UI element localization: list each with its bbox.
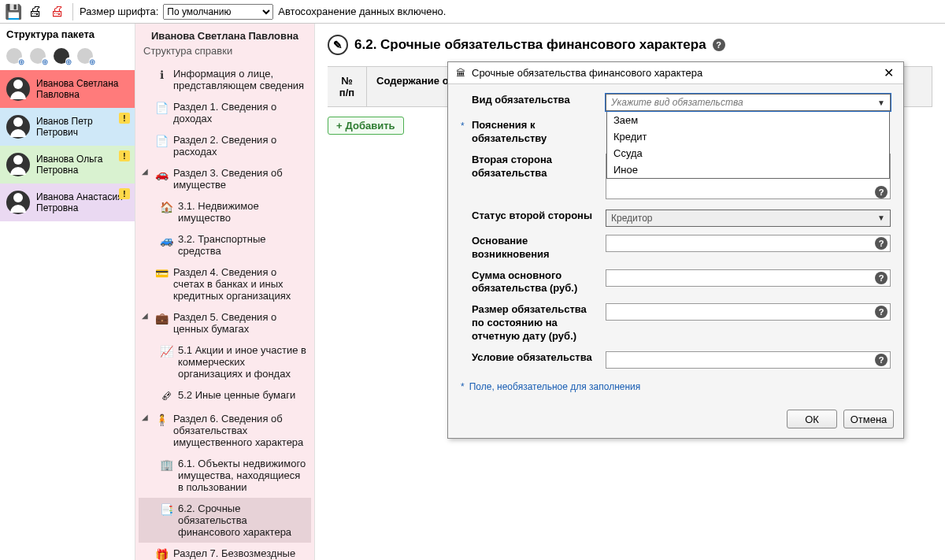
tree-icon: 🚙 bbox=[159, 233, 173, 247]
plus-icon: + bbox=[336, 120, 343, 132]
dialog-titlebar: 🏛 Срочные обязательства финансового хара… bbox=[448, 62, 903, 84]
kind-placeholder: Укажите вид обязательства bbox=[611, 97, 743, 108]
tree-item[interactable]: 🏢6.1. Объекты недвижимого имущества, нах… bbox=[139, 453, 311, 498]
add-label: Добавить bbox=[346, 120, 395, 132]
cancel-button[interactable]: Отмена bbox=[843, 410, 894, 428]
person-item[interactable]: Иванов Петр Петрович ! bbox=[0, 108, 135, 146]
tree-label: 6.1. Объекты недвижимого имущества, нахо… bbox=[178, 458, 308, 493]
help-icon[interactable]: ? bbox=[875, 237, 888, 250]
option-ssuda[interactable]: Ссуда bbox=[607, 145, 889, 161]
help-icon[interactable]: ? bbox=[875, 272, 888, 284]
sum-main-input[interactable] bbox=[606, 269, 891, 287]
reference-person: Иванова Светлана Павловна bbox=[135, 24, 314, 43]
tree-item[interactable]: 🚙3.2. Транспортные средства bbox=[139, 228, 311, 261]
ok-button[interactable]: ОК bbox=[787, 410, 837, 428]
chevron-down-icon: ▼ bbox=[877, 213, 885, 222]
tree-item[interactable]: ◢🚗Раздел 3. Сведения об имуществе bbox=[139, 162, 311, 195]
tree-label: 5.2 Иные ценные бумаги bbox=[178, 389, 308, 401]
warning-icon: ! bbox=[119, 113, 130, 124]
tree-label: Раздел 2. Сведения о расходах bbox=[173, 134, 308, 158]
tree-item[interactable]: 💳Раздел 4. Сведения о счетах в банках и … bbox=[139, 261, 311, 306]
tree-icon: 🗞 bbox=[159, 389, 173, 403]
person-item[interactable]: Иванова Ольга Петровна ! bbox=[0, 146, 135, 184]
tree-item[interactable]: 🗞5.2 Иные ценные бумаги bbox=[139, 384, 311, 408]
tree-label: Раздел 1. Сведения о доходах bbox=[173, 101, 308, 124]
tree-label: 5.1 Акции и иное участие в коммерческих … bbox=[178, 344, 308, 380]
font-size-select[interactable]: По умолчанию bbox=[163, 4, 273, 20]
tree-label: Информация о лице, представляющем сведен… bbox=[173, 68, 308, 91]
option-credit[interactable]: Кредит bbox=[607, 128, 889, 145]
help-icon[interactable]: ? bbox=[875, 186, 888, 198]
option-other[interactable]: Иное bbox=[607, 161, 889, 178]
label-second-party: Вторая сторона обязательства bbox=[472, 154, 606, 180]
reference-subtitle: Структура справки bbox=[135, 43, 314, 63]
add-person-icon[interactable] bbox=[30, 48, 46, 64]
tree-icon: 💼 bbox=[154, 311, 169, 325]
label-sum-main: Сумма основного обязательства (руб.) bbox=[472, 269, 606, 296]
label-condition: Условие обязательства bbox=[472, 351, 606, 365]
tree-icon: 📈 bbox=[159, 344, 173, 358]
tree-label: Раздел 6. Сведения об обязательствах иму… bbox=[173, 413, 308, 448]
tree-icon: 🚗 bbox=[154, 167, 169, 181]
tree-item[interactable]: 📄Раздел 1. Сведения о доходах bbox=[139, 96, 311, 129]
package-panel: Структура пакета Иванова Светлана Павлов… bbox=[0, 24, 135, 560]
reference-panel: Иванова Светлана Павловна Структура спра… bbox=[135, 24, 315, 560]
tree-label: 3.1. Недвижимое имущество bbox=[178, 200, 308, 224]
tree-item[interactable]: 📑6.2. Срочные обязательства финансового … bbox=[139, 498, 311, 543]
chevron-down-icon: ▼ bbox=[877, 98, 885, 107]
tree-icon: 🎁 bbox=[154, 547, 169, 560]
help-icon[interactable]: ? bbox=[875, 354, 888, 366]
tree-label: Раздел 5. Сведения о ценных бумагах bbox=[173, 311, 308, 335]
basis-input[interactable] bbox=[606, 235, 891, 252]
avatar-icon bbox=[6, 115, 30, 139]
person-item[interactable]: Иванова Светлана Павловна bbox=[0, 70, 135, 108]
tree-item[interactable]: ◢🧍Раздел 6. Сведения об обязательствах и… bbox=[139, 408, 311, 453]
help-icon[interactable]: ? bbox=[713, 39, 725, 51]
expand-icon: ◢ bbox=[142, 413, 150, 421]
content-panel: ✎ 6.2. Срочные обязательства финансового… bbox=[315, 24, 945, 560]
tree-item[interactable]: ℹИнформация о лице, представляющем сведе… bbox=[139, 63, 311, 96]
expand-icon: ◢ bbox=[142, 167, 150, 176]
add-person-icon[interactable] bbox=[6, 48, 22, 64]
person-name: Иванова Светлана Павловна bbox=[36, 78, 128, 101]
tree-label: Раздел 4. Сведения о счетах в банках и и… bbox=[173, 266, 308, 302]
tree-label: Раздел 7. Безвозмездные сделки bbox=[173, 547, 308, 560]
save-icon[interactable]: 💾 bbox=[5, 3, 22, 20]
add-person-icon[interactable] bbox=[54, 48, 69, 64]
section-icon: ✎ bbox=[328, 35, 348, 55]
tree-label: 3.2. Транспортные средства bbox=[178, 233, 308, 257]
person-item[interactable]: Иванова Анастасия Петровна ! bbox=[0, 184, 135, 221]
condition-input[interactable] bbox=[606, 351, 891, 369]
tree-item[interactable]: 🏠3.1. Недвижимое имущество bbox=[139, 195, 311, 228]
avatar-icon bbox=[6, 153, 30, 176]
tree-label: 6.2. Срочные обязательства финансового х… bbox=[178, 503, 308, 538]
font-size-label: Размер шрифта: bbox=[80, 6, 158, 17]
tree-item[interactable]: 🎁Раздел 7. Безвозмездные сделки bbox=[139, 543, 311, 560]
option-loan[interactable]: Заем bbox=[607, 112, 889, 128]
close-icon[interactable]: ✕ bbox=[880, 65, 897, 80]
add-button[interactable]: + Добавить bbox=[328, 117, 404, 135]
add-person-icon[interactable] bbox=[77, 48, 93, 64]
print-red-icon[interactable]: 🖨 bbox=[49, 3, 66, 20]
kind-dropdown: Заем Кредит Ссуда Иное bbox=[606, 112, 890, 179]
label-second-status: Статус второй стороны bbox=[472, 210, 606, 223]
section-title: 6.2. Срочные обязательства финансового х… bbox=[354, 37, 706, 53]
kind-combo[interactable]: Укажите вид обязательства ▼ Заем Кредит … bbox=[606, 94, 891, 111]
dialog-title: Срочные обязательства финансового характ… bbox=[472, 67, 702, 79]
tree-icon: 💳 bbox=[154, 266, 169, 280]
tree-item[interactable]: ◢💼Раздел 5. Сведения о ценных бумагах bbox=[139, 306, 311, 339]
warning-icon: ! bbox=[119, 150, 130, 161]
tree-icon: 📄 bbox=[154, 101, 169, 115]
tree-icon: 📑 bbox=[159, 503, 173, 517]
label-kind: Вид обязательства bbox=[472, 94, 606, 107]
avatar-icon bbox=[6, 191, 30, 214]
tree-item[interactable]: 📄Раздел 2. Сведения о расходах bbox=[139, 129, 311, 162]
sum-report-input[interactable] bbox=[606, 303, 891, 321]
tree-icon: 🏠 bbox=[159, 200, 173, 214]
tree-item[interactable]: 📈5.1 Акции и иное участие в коммерческих… bbox=[139, 339, 311, 384]
print-icon[interactable]: 🖨 bbox=[27, 3, 44, 20]
second-status-combo[interactable]: Кредитор ▼ bbox=[606, 210, 891, 227]
tree-label: Раздел 3. Сведения об имуществе bbox=[173, 167, 308, 191]
autosave-label: Автосохранение данных включено. bbox=[278, 6, 446, 17]
tree-icon: 📄 bbox=[154, 134, 169, 148]
